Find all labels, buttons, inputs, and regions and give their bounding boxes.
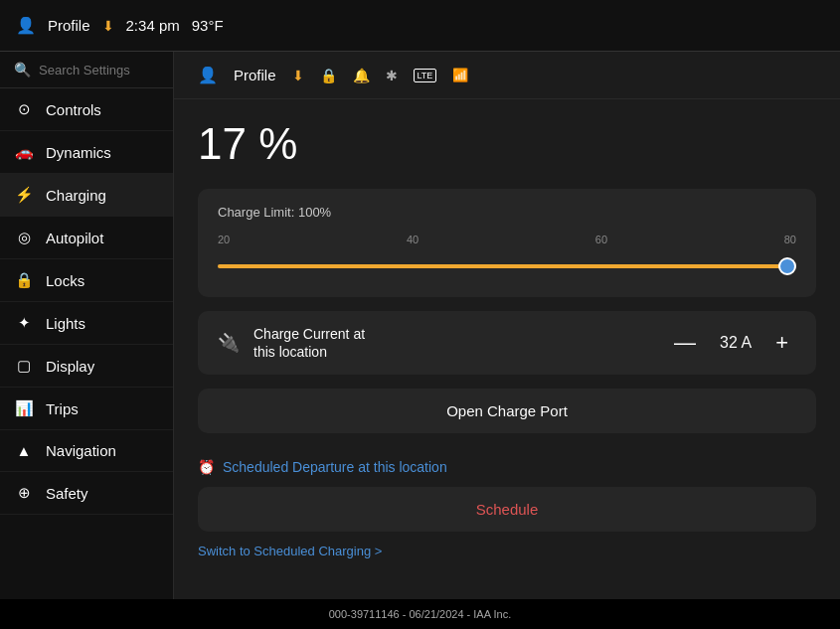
schedule-button[interactable]: Schedule — [198, 487, 816, 532]
sidebar-item-navigation[interactable]: ▲ Navigation — [0, 430, 173, 472]
sidebar-label-dynamics: Dynamics — [46, 144, 111, 161]
slider-mark-20: 20 — [218, 234, 230, 245]
sidebar-item-trips[interactable]: 📊 Trips — [0, 388, 173, 430]
bottom-bar-text: 000-39711146 - 06/21/2024 - IAA Inc. — [329, 608, 511, 620]
charge-limit-label: Charge Limit: 100% — [218, 205, 796, 220]
decrease-charge-button[interactable]: — — [666, 326, 704, 360]
sidebar: 🔍 ⊙ Controls 🚗 Dynamics ⚡ Charging ◎ Aut… — [0, 52, 174, 599]
sidebar-item-dynamics[interactable]: 🚗 Dynamics — [0, 131, 173, 174]
trips-icon: 📊 — [14, 399, 34, 417]
profile-header: 👤 Profile ⬇ 🔒 🔔 ✱ LTE 📶 — [174, 52, 840, 99]
sidebar-label-display: Display — [46, 358, 94, 375]
battery-percentage: 17 % — [198, 119, 816, 169]
profile-status-icon: 👤 — [16, 16, 36, 35]
content-area: 17 % Charge Limit: 100% 20 40 60 80 — [174, 99, 840, 591]
display-icon: ▢ — [14, 357, 34, 375]
sidebar-label-lights: Lights — [46, 315, 85, 332]
main-layout: 🔍 ⊙ Controls 🚗 Dynamics ⚡ Charging ◎ Aut… — [0, 52, 840, 599]
dynamics-icon: 🚗 — [14, 143, 34, 161]
charge-plug-icon: 🔌 — [218, 332, 240, 354]
slider-mark-80: 80 — [784, 234, 796, 245]
charge-limit-card: Charge Limit: 100% 20 40 60 80 — [198, 189, 816, 297]
autopilot-icon: ◎ — [14, 229, 34, 246]
status-temp: 93°F — [192, 17, 224, 34]
header-download-icon: ⬇ — [292, 68, 304, 83]
clock-icon: ⏰ — [198, 459, 215, 475]
download-icon: ⬇ — [102, 18, 114, 34]
sidebar-label-navigation: Navigation — [46, 442, 116, 459]
sidebar-label-trips: Trips — [46, 400, 79, 417]
charge-current-value: 32 A — [720, 334, 752, 352]
slider-mark-60: 60 — [595, 234, 607, 245]
search-icon: 🔍 — [14, 62, 31, 78]
controls-icon: ⊙ — [14, 100, 34, 118]
sidebar-item-safety[interactable]: ⊕ Safety — [0, 472, 173, 515]
slider-fill — [218, 264, 796, 268]
search-input[interactable] — [39, 63, 159, 78]
switch-charging-link[interactable]: Switch to Scheduled Charging > — [198, 544, 382, 558]
charging-icon: ⚡ — [14, 186, 34, 204]
lights-icon: ✦ — [14, 314, 34, 332]
header-bluetooth-icon: ✱ — [386, 68, 398, 83]
scheduled-departure-section: ⏰ Scheduled Departure at this location S… — [198, 447, 816, 571]
main-content: 👤 Profile ⬇ 🔒 🔔 ✱ LTE 📶 17 % Charge Limi… — [174, 52, 840, 599]
status-time: 2:34 pm — [126, 17, 180, 34]
sidebar-label-autopilot: Autopilot — [46, 230, 103, 246]
sidebar-item-locks[interactable]: 🔒 Locks — [0, 259, 173, 302]
slider-mark-40: 40 — [407, 234, 419, 245]
status-bar: 👤 Profile ⬇ 2:34 pm 93°F — [0, 0, 840, 52]
sidebar-item-charging[interactable]: ⚡ Charging — [0, 174, 173, 217]
charge-current-label: Charge Current atthis location — [253, 325, 666, 361]
sidebar-label-controls: Controls — [46, 101, 101, 118]
sidebar-item-autopilot[interactable]: ◎ Autopilot — [0, 217, 173, 259]
charge-current-card: 🔌 Charge Current atthis location — 32 A … — [198, 311, 816, 375]
increase-charge-button[interactable]: + — [767, 326, 796, 360]
sidebar-item-lights[interactable]: ✦ Lights — [0, 302, 173, 345]
charge-current-controls: — 32 A + — [666, 326, 796, 360]
slider-thumb[interactable] — [778, 257, 796, 275]
slider-labels: 20 40 60 80 — [218, 234, 796, 245]
search-bar[interactable]: 🔍 — [0, 52, 173, 88]
profile-header-label: Profile — [234, 67, 276, 83]
bottom-bar: 000-39711146 - 06/21/2024 - IAA Inc. — [0, 599, 840, 629]
header-lock-icon: 🔒 — [320, 68, 337, 83]
signal-bars-icon: 📶 — [452, 68, 468, 82]
safety-icon: ⊕ — [14, 484, 34, 502]
locks-icon: 🔒 — [14, 271, 34, 289]
status-profile: Profile — [48, 17, 90, 34]
charge-limit-slider[interactable] — [218, 251, 796, 281]
scheduled-departure-title: ⏰ Scheduled Departure at this location — [198, 459, 816, 475]
sidebar-item-controls[interactable]: ⊙ Controls — [0, 88, 173, 131]
status-bar-left: 👤 Profile ⬇ 2:34 pm 93°F — [16, 16, 224, 35]
profile-header-icon: 👤 — [198, 66, 218, 84]
sidebar-label-safety: Safety — [46, 485, 88, 502]
sidebar-label-charging: Charging — [46, 187, 106, 204]
lte-badge: LTE — [414, 69, 437, 82]
nav-items: ⊙ Controls 🚗 Dynamics ⚡ Charging ◎ Autop… — [0, 88, 173, 599]
open-charge-port-button[interactable]: Open Charge Port — [198, 389, 816, 433]
navigation-icon: ▲ — [14, 442, 34, 459]
sidebar-item-display[interactable]: ▢ Display — [0, 345, 173, 388]
header-bell-icon: 🔔 — [353, 68, 370, 83]
slider-track — [218, 264, 796, 268]
sidebar-label-locks: Locks — [46, 272, 84, 289]
